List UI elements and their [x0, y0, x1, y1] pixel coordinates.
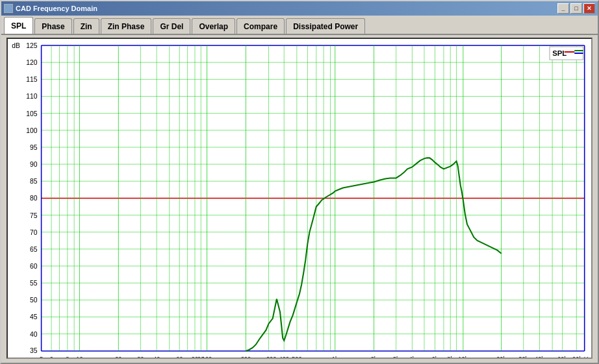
tab-phase[interactable]: Phase: [34, 18, 71, 34]
svg-text:500: 500: [292, 356, 301, 358]
svg-text:300: 300: [266, 356, 276, 358]
svg-text:80: 80: [30, 195, 38, 202]
svg-text:55: 55: [30, 280, 38, 287]
svg-text:45: 45: [30, 314, 38, 321]
chart-svg: 125 120 115 110 105 100 95 90 85 80 75 7…: [8, 39, 591, 358]
minimize-button[interactable]: _: [557, 3, 569, 14]
svg-text:6k: 6k: [432, 356, 439, 358]
tab-zin-phase[interactable]: Zin Phase: [101, 18, 152, 34]
tab-compare-label: Compare: [244, 22, 277, 31]
title-bar: CAD Frequency Domain _ □ ✕: [1, 1, 598, 16]
window-icon: [4, 4, 13, 13]
svg-text:1k: 1k: [332, 356, 338, 358]
main-window: CAD Frequency Domain _ □ ✕ SPL Phase Zin…: [0, 0, 599, 364]
svg-text:30k: 30k: [518, 356, 528, 358]
svg-text:40k: 40k: [535, 356, 544, 358]
svg-text:75: 75: [30, 212, 38, 219]
tab-overlap-label: Overlap: [199, 22, 228, 31]
svg-text:35: 35: [30, 347, 38, 354]
svg-text:115: 115: [26, 76, 38, 83]
title-bar-text: CAD Frequency Domain: [4, 4, 97, 13]
tab-gr-del-label: Gr Del: [160, 22, 183, 31]
svg-text:105: 105: [26, 110, 38, 117]
svg-text:3k: 3k: [393, 356, 400, 358]
svg-text:50: 50: [30, 297, 38, 304]
svg-text:20k: 20k: [496, 356, 506, 358]
svg-text:5: 5: [40, 356, 43, 358]
window-title: CAD Frequency Domain: [16, 5, 97, 12]
close-button[interactable]: ✕: [583, 3, 595, 14]
chart-container: 125 120 115 110 105 100 95 90 85 80 75 7…: [6, 38, 593, 359]
svg-text:70: 70: [30, 229, 38, 236]
svg-text:2k: 2k: [371, 356, 377, 358]
tab-dissipated-power[interactable]: Dissipated Power: [286, 18, 365, 34]
svg-text:6: 6: [50, 356, 53, 358]
svg-text:60: 60: [176, 356, 183, 358]
tabs-bar: SPL Phase Zin Zin Phase Gr Del Overlap C…: [1, 16, 598, 35]
svg-text:4k: 4k: [409, 356, 416, 358]
tab-compare[interactable]: Compare: [236, 18, 285, 34]
svg-text:10k: 10k: [458, 356, 468, 358]
tab-zin-label: Zin: [81, 22, 92, 31]
tab-zin-phase-label: Zin Phase: [108, 22, 145, 31]
chart-area: 125 120 115 110 105 100 95 90 85 80 75 7…: [1, 35, 598, 363]
svg-text:100: 100: [202, 356, 212, 358]
svg-text:110: 110: [26, 93, 38, 101]
tab-spl-label: SPL: [11, 21, 26, 30]
svg-text:10: 10: [76, 356, 83, 358]
tab-spl[interactable]: SPL: [4, 17, 33, 34]
svg-text:90: 90: [30, 161, 38, 168]
window-controls: _ □ ✕: [557, 3, 595, 14]
svg-text:dB: dB: [12, 42, 20, 49]
svg-text:SPL: SPL: [552, 49, 567, 57]
tab-zin[interactable]: Zin: [73, 18, 99, 34]
chart-inner: 125 120 115 110 105 100 95 90 85 80 75 7…: [8, 39, 591, 358]
tab-dissipated-power-label: Dissipated Power: [293, 22, 358, 31]
tab-overlap[interactable]: Overlap: [192, 18, 235, 34]
tab-gr-del[interactable]: Gr Del: [153, 18, 190, 34]
svg-text:8k: 8k: [447, 356, 453, 358]
svg-text:100: 100: [26, 127, 38, 134]
svg-text:120: 120: [26, 59, 38, 66]
svg-text:400: 400: [279, 356, 289, 358]
tab-phase-label: Phase: [42, 22, 64, 31]
svg-text:8: 8: [66, 356, 69, 358]
svg-text:30: 30: [137, 356, 144, 358]
svg-text:40: 40: [153, 356, 160, 358]
svg-text:20: 20: [115, 356, 121, 358]
svg-text:90k Hz: 90k Hz: [572, 356, 591, 358]
svg-text:200: 200: [241, 356, 251, 358]
svg-text:95: 95: [30, 144, 38, 151]
svg-text:85: 85: [30, 178, 38, 185]
svg-text:60: 60: [30, 263, 38, 270]
svg-text:65: 65: [30, 246, 38, 253]
svg-text:60k: 60k: [557, 356, 567, 358]
svg-text:125: 125: [26, 42, 38, 49]
svg-text:40: 40: [30, 331, 38, 338]
maximize-button[interactable]: □: [570, 3, 582, 14]
